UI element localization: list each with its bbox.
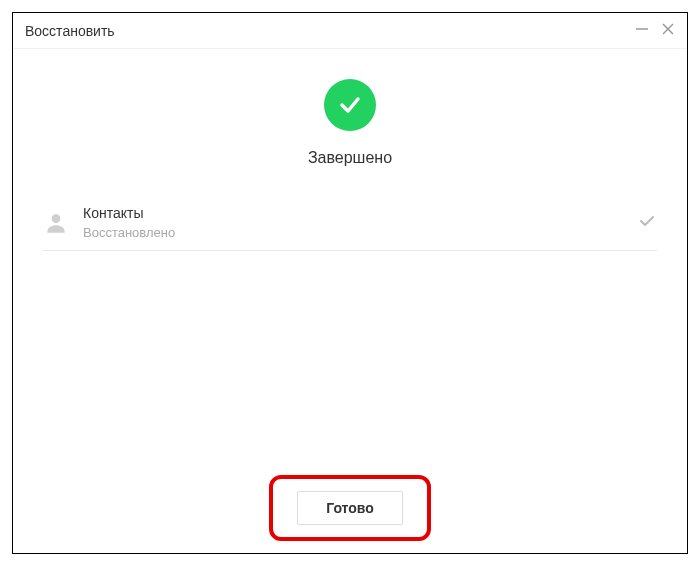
window-title: Восстановить (25, 23, 635, 39)
item-text: Контакты Восстановлено (83, 205, 637, 240)
close-icon[interactable] (661, 22, 675, 39)
item-done-check-icon (637, 211, 657, 235)
contacts-icon (43, 210, 83, 236)
svg-point-3 (52, 214, 61, 223)
status-title: Завершено (308, 149, 392, 167)
done-button[interactable]: Готово (297, 491, 403, 525)
success-check-icon (324, 79, 376, 131)
restore-window: Восстановить Завершено (12, 12, 688, 554)
item-status: Восстановлено (83, 225, 637, 240)
titlebar: Восстановить (13, 13, 687, 49)
content-area: Завершено Контакты Восстановлено (13, 49, 687, 463)
footer: Готово (13, 463, 687, 553)
window-controls (635, 22, 675, 39)
done-highlight: Готово (269, 475, 431, 541)
item-name: Контакты (83, 205, 637, 221)
list-item: Контакты Восстановлено (43, 195, 657, 251)
minimize-icon[interactable] (635, 22, 649, 39)
